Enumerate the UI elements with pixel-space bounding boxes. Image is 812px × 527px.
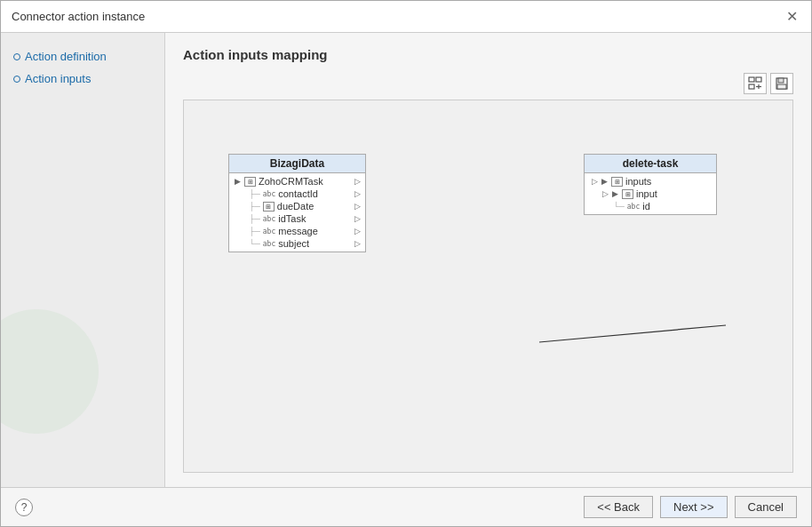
svg-rect-0: [749, 77, 754, 82]
row-arrow[interactable]: ▷: [353, 177, 362, 186]
cancel-button[interactable]: Cancel: [735, 496, 797, 518]
table-row: ├─ ⊞ dueDate ▷: [229, 200, 365, 212]
row-arrow[interactable]: ▷: [353, 239, 362, 248]
table-row: ▷ ▶ ⊞ inputs: [585, 175, 716, 188]
table-row: └─ abc id: [585, 200, 716, 212]
bullet-icon: [13, 76, 20, 83]
tree-line-icon: ├─: [249, 227, 260, 236]
row-label: ZohoCRMTask: [259, 176, 323, 187]
row-label: dueDate: [277, 201, 314, 212]
table-row: ▶ ⊞ ZohoCRMTask ▷: [229, 175, 365, 188]
row-left-arrow[interactable]: ▷: [601, 189, 609, 198]
tree-line-icon: ├─: [249, 214, 260, 223]
svg-rect-6: [778, 78, 784, 83]
main-panel: Action inputs mapping: [165, 33, 811, 487]
sidebar-item-action-inputs[interactable]: Action inputs: [10, 69, 155, 88]
row-label: inputs: [625, 176, 651, 187]
sidebar-item-label: Action definition: [25, 50, 107, 63]
table-row: ▷ ▶ ⊞ input: [585, 188, 716, 200]
abc-icon: abc: [263, 228, 275, 236]
tree-line-icon: └─: [249, 239, 260, 248]
footer-left: ?: [15, 499, 33, 516]
title-bar: Connector action instance ✕: [1, 1, 811, 33]
row-left-arrow[interactable]: ▷: [590, 177, 599, 186]
save-button[interactable]: [770, 73, 793, 94]
cancel-label: Cancel: [748, 500, 784, 514]
left-table-header: BizagiData: [229, 155, 365, 173]
svg-rect-2: [749, 84, 754, 89]
mapping-inner: BizagiData ▶ ⊞ ZohoCRMTask ▷: [184, 100, 792, 472]
mapping-area: BizagiData ▶ ⊞ ZohoCRMTask ▷: [183, 100, 793, 473]
row-label: subject: [278, 238, 309, 249]
expand-icon: ▶: [612, 189, 618, 198]
back-label: << Back: [597, 500, 640, 514]
expand-icon: [748, 76, 762, 91]
right-table-body: ▷ ▶ ⊞ inputs ▷ ▶: [585, 173, 716, 214]
expand-button[interactable]: [744, 73, 767, 94]
abc-icon: abc: [263, 240, 275, 248]
svg-line-8: [539, 325, 726, 342]
entity-icon: ⊞: [263, 202, 275, 212]
entity-icon: ⊞: [611, 177, 623, 187]
abc-icon: abc: [627, 203, 640, 211]
tree-line-icon: └─: [613, 202, 625, 211]
row-label: idTask: [278, 213, 306, 224]
save-icon: [775, 76, 789, 91]
svg-rect-7: [777, 84, 786, 89]
expand-icon: ▶: [235, 177, 241, 186]
row-arrow[interactable]: ▷: [353, 214, 362, 223]
entity-icon: ⊞: [244, 177, 256, 187]
back-button[interactable]: << Back: [584, 496, 653, 518]
sidebar-item-label: Action inputs: [25, 72, 91, 85]
help-button[interactable]: ?: [15, 499, 33, 516]
left-table-body: ▶ ⊞ ZohoCRMTask ▷ ├─ abc: [229, 173, 365, 252]
row-label: id: [642, 201, 650, 212]
main-window: Connector action instance ✕ Action defin…: [0, 0, 812, 527]
close-button[interactable]: ✕: [783, 8, 800, 26]
abc-icon: abc: [263, 190, 275, 198]
window-title: Connector action instance: [12, 10, 145, 23]
page-title: Action inputs mapping: [183, 47, 793, 62]
right-table: delete-task ▷ ▶ ⊞ inputs: [584, 154, 717, 215]
tree-line-icon: ├─: [249, 189, 260, 198]
entity-icon: ⊞: [622, 189, 633, 199]
next-button[interactable]: Next >>: [660, 496, 728, 518]
next-label: Next >>: [673, 500, 714, 514]
table-row: ├─ abc idTask ▷: [229, 212, 365, 225]
footer: ? << Back Next >> Cancel: [1, 487, 811, 526]
toolbar: [183, 73, 793, 94]
svg-rect-1: [756, 77, 761, 82]
right-table-header: delete-task: [585, 155, 716, 173]
row-arrow[interactable]: ▷: [353, 189, 362, 198]
abc-icon: abc: [263, 215, 275, 223]
content-area: Action definition Action inputs Action i…: [1, 33, 811, 487]
table-row: ├─ abc message ▷: [229, 225, 365, 237]
row-label: message: [278, 226, 318, 236]
expand-icon: ▶: [601, 177, 608, 186]
sidebar-item-action-definition[interactable]: Action definition: [10, 47, 155, 66]
tree-line-icon: ├─: [249, 202, 260, 211]
table-row: ├─ abc contactId ▷: [229, 188, 365, 200]
help-label: ?: [21, 501, 28, 514]
footer-right: << Back Next >> Cancel: [584, 496, 797, 518]
row-label: contactId: [278, 188, 318, 199]
decorative-circle: [1, 309, 99, 434]
row-arrow[interactable]: ▷: [353, 227, 362, 236]
table-row: └─ abc subject ▷: [229, 237, 365, 250]
bullet-icon: [13, 53, 20, 60]
left-table: BizagiData ▶ ⊞ ZohoCRMTask ▷: [228, 154, 366, 252]
row-arrow[interactable]: ▷: [353, 202, 362, 211]
sidebar: Action definition Action inputs: [1, 33, 165, 487]
row-label: input: [636, 188, 657, 199]
